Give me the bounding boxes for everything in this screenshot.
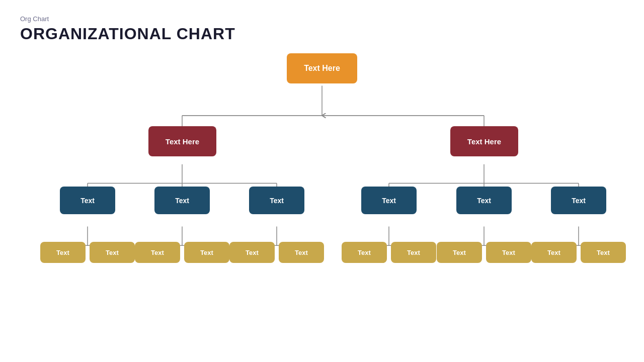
node-l4-6[interactable]: Text — [279, 242, 324, 263]
node-l4-10[interactable]: Text — [486, 242, 531, 263]
node-mid-left[interactable]: Text Here — [148, 126, 216, 156]
node-l4-7[interactable]: Text — [342, 242, 387, 263]
node-l3-3[interactable]: Text — [249, 187, 304, 214]
node-l4-12[interactable]: Text — [581, 242, 626, 263]
node-l3-4[interactable]: Text — [361, 187, 417, 214]
node-l4-9[interactable]: Text — [437, 242, 482, 263]
node-l3-1[interactable]: Text — [60, 187, 115, 214]
node-l3-6[interactable]: Text — [551, 187, 606, 214]
node-l4-1[interactable]: Text — [40, 242, 86, 263]
node-l4-5[interactable]: Text — [229, 242, 275, 263]
node-l3-5[interactable]: Text — [456, 187, 512, 214]
subtitle: Org Chart — [20, 15, 624, 23]
node-l4-2[interactable]: Text — [90, 242, 135, 263]
node-l4-8[interactable]: Text — [391, 242, 436, 263]
node-l4-3[interactable]: Text — [135, 242, 180, 263]
page: Org Chart ORGANIZATIONAL CHART — [0, 0, 644, 362]
node-mid-right[interactable]: Text Here — [450, 126, 518, 156]
node-l4-4[interactable]: Text — [184, 242, 229, 263]
node-root[interactable]: Text Here — [287, 53, 357, 83]
node-l4-11[interactable]: Text — [531, 242, 577, 263]
page-title: ORGANIZATIONAL CHART — [20, 25, 624, 43]
node-l3-2[interactable]: Text — [154, 187, 210, 214]
chart-area: Text Here Text Here Text Here Text Text … — [20, 53, 624, 335]
